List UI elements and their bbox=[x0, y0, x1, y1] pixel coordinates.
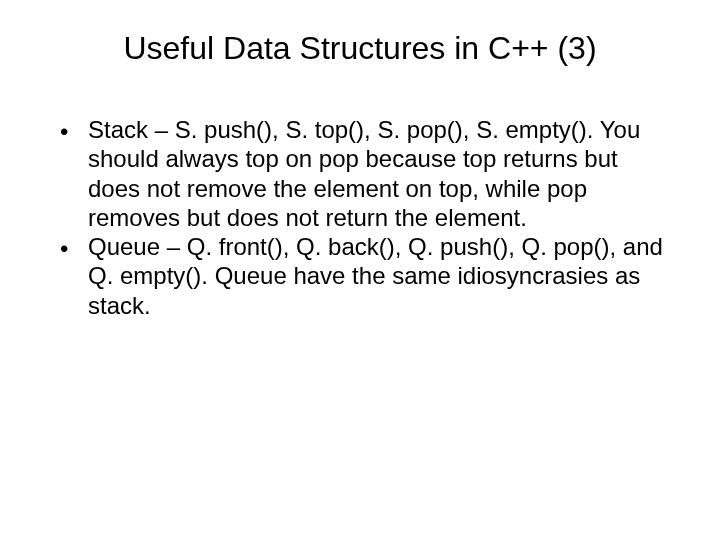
bullet-text: Queue – Q. front(), Q. back(), Q. push()… bbox=[88, 232, 670, 320]
bullet-marker: • bbox=[60, 115, 88, 146]
list-item: • Queue – Q. front(), Q. back(), Q. push… bbox=[60, 232, 670, 320]
bullet-text: Stack – S. push(), S. top(), S. pop(), S… bbox=[88, 115, 670, 232]
bullet-marker: • bbox=[60, 232, 88, 263]
list-item: • Stack – S. push(), S. top(), S. pop(),… bbox=[60, 115, 670, 232]
slide-title: Useful Data Structures in C++ (3) bbox=[50, 30, 670, 67]
slide-body: • Stack – S. push(), S. top(), S. pop(),… bbox=[50, 115, 670, 320]
